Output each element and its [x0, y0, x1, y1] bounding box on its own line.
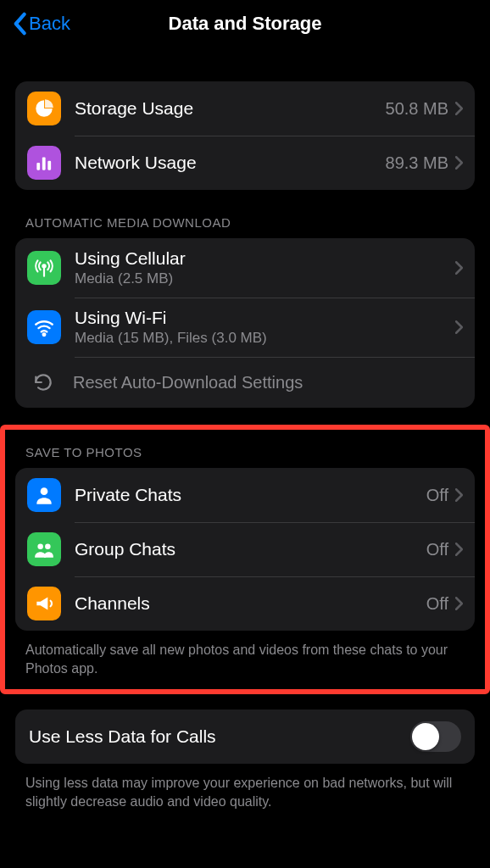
page-title: Data and Storage [0, 13, 490, 35]
svg-point-4 [43, 333, 46, 336]
channels-row[interactable]: Channels Off [15, 576, 475, 631]
save-photos-header: SAVE TO PHOTOS [25, 445, 475, 459]
wifi-icon [27, 310, 61, 344]
row-label: Private Chats [75, 485, 426, 505]
row-value: Off [426, 540, 448, 559]
row-label: Storage Usage [75, 98, 386, 119]
reset-label: Reset Auto-Download Settings [73, 373, 303, 392]
storage-usage-row[interactable]: Storage Usage 50.8 MB [15, 81, 475, 136]
person-icon [27, 478, 61, 512]
row-label: Channels [75, 593, 426, 614]
switch-label: Use Less Data for Calls [29, 726, 410, 747]
row-label: Using Wi-Fi [75, 308, 455, 328]
megaphone-icon [27, 587, 61, 620]
svg-point-3 [42, 264, 45, 267]
save-photos-footer: Automatically save all new photos and vi… [25, 641, 465, 677]
chevron-right-icon [455, 542, 463, 556]
save-photos-group: Private Chats Off Group Chats Off Channe… [15, 468, 475, 631]
auto-download-header: AUTOMATIC MEDIA DOWNLOAD [25, 215, 475, 230]
private-chats-row[interactable]: Private Chats Off [15, 468, 475, 522]
group-chats-row[interactable]: Group Chats Off [15, 522, 475, 576]
chevron-right-icon [455, 261, 463, 275]
reset-icon [32, 371, 54, 393]
chevron-right-icon [455, 597, 463, 610]
row-label: Group Chats [75, 539, 426, 559]
row-sub: Media (2.5 MB) [75, 270, 455, 287]
switch-knob [412, 723, 439, 750]
network-usage-row[interactable]: Network Usage 89.3 MB [15, 136, 475, 190]
group-icon [27, 532, 61, 566]
less-data-footer: Using less data may improve your experie… [25, 774, 465, 810]
use-less-data-switch[interactable] [410, 721, 461, 752]
less-data-group: Use Less Data for Calls [15, 709, 475, 764]
svg-rect-0 [36, 163, 40, 170]
usage-group: Storage Usage 50.8 MB Network Usage 89.3… [15, 81, 475, 190]
svg-point-6 [37, 544, 43, 550]
back-label: Back [29, 13, 70, 35]
chevron-right-icon [455, 102, 463, 115]
row-value: Off [426, 594, 448, 614]
svg-point-7 [45, 544, 51, 550]
chevron-left-icon [12, 12, 27, 36]
auto-download-group: Using Cellular Media (2.5 MB) Using Wi-F… [15, 238, 475, 408]
row-sub: Media (15 MB), Files (3.0 MB) [75, 330, 455, 347]
using-wifi-row[interactable]: Using Wi-Fi Media (15 MB), Files (3.0 MB… [15, 298, 475, 357]
chevron-right-icon [455, 488, 463, 502]
bar-chart-icon [27, 146, 61, 180]
nav-header: Back Data and Storage [0, 0, 490, 47]
back-button[interactable]: Back [12, 12, 70, 36]
use-less-data-row[interactable]: Use Less Data for Calls [15, 709, 475, 764]
row-value: 89.3 MB [386, 153, 448, 173]
chevron-right-icon [455, 320, 463, 334]
svg-rect-2 [47, 161, 51, 170]
row-value: 50.8 MB [386, 99, 448, 119]
save-to-photos-highlight: SAVE TO PHOTOS Private Chats Off Group C… [0, 425, 490, 694]
reset-auto-download-row[interactable]: Reset Auto-Download Settings [15, 357, 475, 408]
chevron-right-icon [455, 156, 463, 170]
using-cellular-row[interactable]: Using Cellular Media (2.5 MB) [15, 238, 475, 298]
row-label: Network Usage [75, 153, 386, 173]
pie-chart-icon [27, 92, 61, 125]
svg-point-5 [41, 487, 48, 495]
row-label: Using Cellular [75, 248, 455, 269]
row-value: Off [426, 486, 448, 505]
svg-rect-1 [42, 158, 46, 170]
antenna-icon [27, 251, 61, 285]
